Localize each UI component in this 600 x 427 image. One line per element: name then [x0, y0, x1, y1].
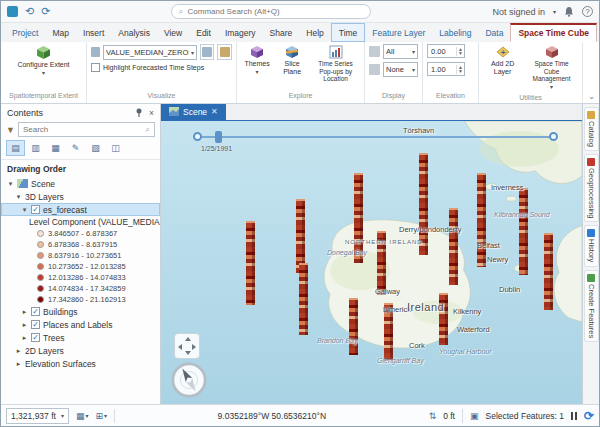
pause-drawing-button[interactable] — [571, 412, 577, 420]
list-by-editing-button[interactable]: ✎ — [66, 140, 85, 156]
tab-map[interactable]: Map — [45, 23, 76, 42]
undo-icon[interactable]: ⟲ — [25, 5, 34, 18]
spacetime-column[interactable] — [299, 263, 308, 335]
configure-extent-button[interactable]: Configure Extent ▾ — [15, 44, 71, 78]
time-slider-current-handle[interactable] — [215, 131, 222, 143]
ribbon-collapse-chevron[interactable]: ⌄ — [588, 92, 595, 101]
variable-combo[interactable]: VALUE_MEDIAN_ZEROS ▾ — [103, 45, 197, 60]
list-by-labeling-button[interactable]: ◫ — [106, 140, 125, 156]
time-slider[interactable]: 1/25/1991 — [193, 130, 558, 152]
tab-help[interactable]: Help — [299, 23, 330, 42]
expand-icon[interactable]: ▾ — [7, 180, 14, 188]
tree-item-elevation-surfaces[interactable]: ▸ Elevation Surfaces — [1, 357, 160, 370]
compass-control[interactable] — [170, 361, 208, 403]
contents-search-box[interactable]: ⌕ — [18, 122, 155, 137]
elevation-spinner-top[interactable]: 0.00▲▼ — [427, 44, 465, 58]
spacetime-column[interactable] — [519, 188, 528, 275]
time-series-popups-button[interactable]: Time Series Pop-ups by Location — [311, 44, 360, 84]
display-none-combo[interactable]: None▾ — [383, 62, 418, 77]
notification-bell-icon[interactable] — [564, 6, 574, 17]
tree-item-3d-layers[interactable]: ▾ 3D Layers — [1, 190, 160, 203]
tree-item-2d-layers[interactable]: ▸ 2D Layers — [1, 344, 160, 357]
expand-icon[interactable]: ▸ — [21, 308, 28, 316]
scale-selector[interactable]: 1,321,937 ft ▾ — [6, 408, 69, 424]
tab-share[interactable]: Share — [263, 23, 300, 42]
grid-toggle-button[interactable]: ⊞▾ — [95, 411, 107, 421]
pan-down-icon[interactable] — [185, 351, 191, 355]
add-2d-layer-button[interactable]: + Add 2D Layer — [483, 44, 522, 76]
tab-project[interactable]: Project — [5, 23, 45, 42]
visualize-tool-button-2[interactable] — [217, 44, 232, 60]
tab-analysis[interactable]: Analysis — [111, 23, 157, 42]
contents-search-input[interactable] — [23, 125, 142, 134]
visualize-tool-button-1[interactable] — [200, 44, 215, 60]
close-icon[interactable]: × — [149, 108, 154, 118]
themes-button[interactable]: Themes ▾ — [241, 44, 273, 77]
layer-checkbox[interactable] — [31, 333, 40, 342]
spacetime-column[interactable] — [544, 233, 553, 310]
tab-insert[interactable]: Insert — [76, 23, 111, 42]
layer-checkbox[interactable] — [31, 205, 40, 214]
tab-labeling[interactable]: Labeling — [432, 23, 478, 42]
space-time-cube-management-button[interactable]: Space Time Cube Management ▾ — [525, 44, 578, 92]
tab-feature-layer[interactable]: Feature Layer — [365, 23, 432, 42]
tab-edit[interactable]: Edit — [189, 23, 218, 42]
tab-create-features[interactable]: Create Features — [584, 270, 599, 342]
sign-in-status[interactable]: Not signed in — [492, 7, 545, 17]
slice-plane-button[interactable]: Slice Plane — [276, 44, 308, 76]
elevation-spinner-bottom[interactable]: 1.00▲▼ — [427, 62, 465, 76]
tab-geoprocessing[interactable]: Geoprocessing — [584, 154, 599, 222]
tab-data[interactable]: Data — [478, 23, 510, 42]
refresh-view-icon[interactable]: ⟳ — [584, 409, 594, 423]
command-search[interactable]: ⌕ — [171, 4, 371, 19]
help-icon[interactable]: ? — [582, 6, 593, 17]
list-by-snapping-button[interactable]: ▧ — [86, 140, 105, 156]
tree-item-places-and-labels[interactable]: ▸ Places and Labels — [1, 318, 160, 331]
pan-up-icon[interactable] — [185, 337, 191, 341]
selected-features-count[interactable]: Selected Features: 1 — [486, 411, 564, 421]
expand-icon[interactable]: ▸ — [15, 347, 22, 355]
spacetime-column[interactable] — [349, 298, 358, 355]
tab-catalog[interactable]: Catalog — [584, 107, 599, 151]
scene-view-tab[interactable]: Scene ✕ — [161, 103, 226, 120]
tree-item-es-forecast[interactable]: ▾ es_forecast — [1, 203, 160, 216]
list-by-selection-button[interactable]: ▦ — [46, 140, 65, 156]
spacetime-column[interactable] — [246, 221, 255, 305]
snapping-toggle-button[interactable]: ▦▾ — [76, 411, 89, 421]
pan-right-icon[interactable] — [192, 344, 196, 350]
tree-item-level-component[interactable]: Level Component (VALUE_MEDIAN_ZEROS) — [1, 216, 160, 228]
tab-history[interactable]: History — [584, 225, 599, 266]
tab-space-time-cube[interactable]: Space Time Cube — [510, 23, 597, 42]
pan-control[interactable] — [174, 333, 200, 359]
close-icon[interactable]: ✕ — [211, 107, 218, 116]
layer-checkbox[interactable] — [31, 320, 40, 329]
expand-icon[interactable]: ▾ — [15, 193, 22, 201]
spacetime-column[interactable] — [449, 208, 458, 285]
tree-item-scene[interactable]: ▾ Scene — [1, 177, 160, 190]
tab-time[interactable]: Time — [331, 23, 366, 42]
time-slider-start-handle[interactable] — [193, 132, 202, 141]
list-by-drawing-order-button[interactable]: ▤ — [6, 140, 25, 156]
cursor-coordinates[interactable]: 9.0352189°W 50.6536210°N — [122, 411, 422, 421]
map-canvas[interactable]: Tórshavn Inverness Kilbrannan Sound Derr… — [161, 121, 582, 404]
redo-icon[interactable]: ⟳ — [41, 5, 50, 18]
expand-icon[interactable]: ▸ — [15, 360, 22, 368]
pin-icon[interactable] — [135, 108, 143, 118]
tree-item-trees[interactable]: ▸ Trees — [1, 331, 160, 344]
expand-icon[interactable]: ▸ — [21, 334, 28, 342]
tree-item-buildings[interactable]: ▸ Buildings — [1, 305, 160, 318]
spinner-arrows-icon[interactable]: ▲▼ — [456, 47, 464, 56]
list-by-source-button[interactable]: ▥ — [26, 140, 45, 156]
spacetime-column[interactable] — [296, 199, 305, 273]
tab-imagery[interactable]: Imagery — [218, 23, 263, 42]
pan-left-icon[interactable] — [178, 344, 182, 350]
spinner-arrows-icon[interactable]: ▲▼ — [456, 65, 464, 74]
highlight-forecasted-checkbox[interactable]: Highlight Forecasted Time Steps — [91, 63, 232, 72]
filter-funnel-icon[interactable]: ▼ — [6, 125, 15, 135]
tab-view[interactable]: View — [157, 23, 189, 42]
spacetime-column[interactable] — [477, 173, 486, 267]
layer-checkbox[interactable] — [31, 307, 40, 316]
display-all-combo[interactable]: All▾ — [383, 44, 418, 59]
command-search-input[interactable] — [187, 7, 364, 16]
expand-icon[interactable]: ▸ — [21, 321, 28, 329]
